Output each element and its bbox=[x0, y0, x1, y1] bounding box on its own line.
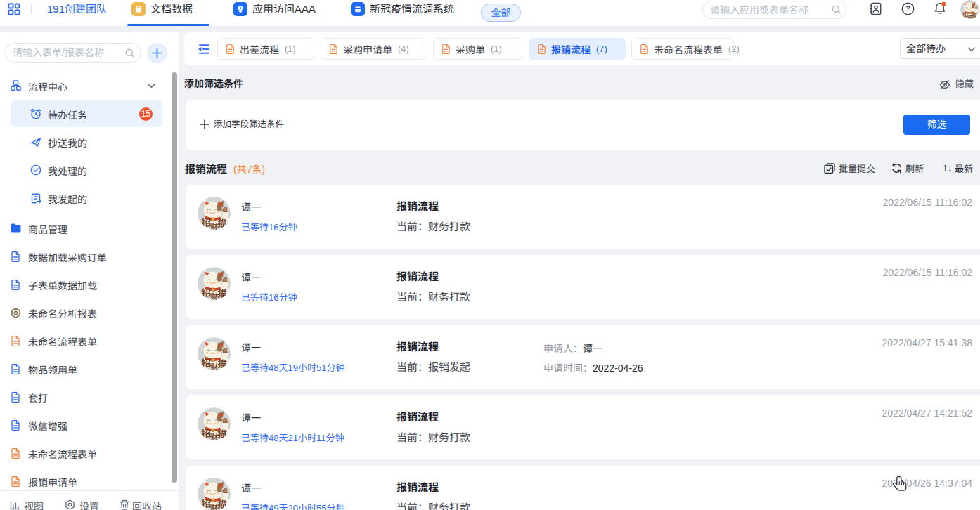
svg-text:猫: 猫 bbox=[217, 426, 228, 440]
svg-text:猫: 猫 bbox=[972, 11, 978, 19]
svg-text:猫: 猫 bbox=[217, 285, 228, 300]
svg-text:猫: 猫 bbox=[217, 355, 228, 370]
svg-text:?: ? bbox=[905, 4, 910, 13]
svg-text:猫: 猫 bbox=[217, 496, 228, 510]
svg-text:猫: 猫 bbox=[217, 215, 228, 230]
